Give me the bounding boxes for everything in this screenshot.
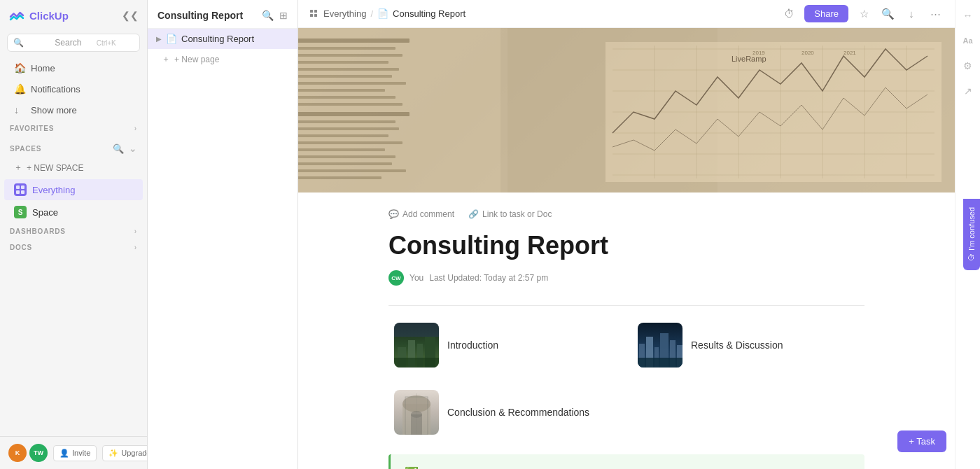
timer-icon[interactable]: ⏱	[780, 6, 797, 22]
conclusion-thumb-svg	[394, 390, 439, 435]
svg-rect-29	[298, 169, 406, 172]
tree-toggle-icon: ▶	[156, 35, 162, 43]
card-introduction[interactable]: Introduction	[388, 317, 621, 373]
share-button[interactable]: Share	[804, 5, 848, 22]
svg-rect-15	[298, 68, 399, 71]
link-task-button[interactable]: 🔗 Link to task or Doc	[468, 209, 552, 219]
favorites-label: FAVORITES	[10, 125, 54, 132]
avatar-group: K TW	[8, 444, 48, 462]
download-icon[interactable]: ↓	[903, 6, 920, 22]
doc-title: Consulting Report	[388, 230, 864, 260]
svg-rect-5	[314, 10, 317, 13]
sidebar-item-home[interactable]: 🏠 Home	[4, 58, 143, 78]
dashboards-section[interactable]: DASHBOARDS ›	[0, 223, 147, 239]
results-thumb-svg	[638, 323, 682, 368]
svg-rect-19	[298, 96, 396, 99]
docs-label: DOCS	[10, 244, 32, 251]
spaces-section-header: SPACES 🔍 ⌄	[0, 136, 147, 157]
docs-section[interactable]: DOCS ›	[0, 239, 147, 255]
svg-rect-27	[298, 155, 396, 158]
doc-content: 💬 Add comment 🔗 Link to task or Doc Cons…	[360, 192, 892, 469]
spaces-search-icon[interactable]: 🔍	[113, 144, 125, 154]
last-updated: Last Updated: Today at 2:57 pm	[429, 273, 548, 283]
search-icon: 🔍	[13, 38, 50, 48]
card-conclusion[interactable]: Conclusion & Recommendations	[388, 384, 621, 440]
task-button[interactable]: + Task	[897, 430, 946, 452]
task-button-label: + Task	[909, 436, 935, 447]
show-more-icon: ↓	[14, 104, 25, 115]
search-top-icon[interactable]: 🔍	[879, 6, 896, 22]
add-comment-button[interactable]: 💬 Add comment	[388, 209, 454, 219]
sidebar-header: ClickUp ❮❮	[0, 0, 147, 31]
favorites-section[interactable]: FAVORITES ›	[0, 120, 147, 136]
search-bar[interactable]: 🔍 Search Ctrl+K	[7, 34, 140, 52]
breadcrumb-separator: /	[370, 8, 373, 19]
card-thumb-results	[638, 323, 682, 368]
doc-cards: Introduction	[388, 317, 864, 440]
svg-point-71	[411, 411, 422, 418]
new-page-button[interactable]: ＋ + New page	[148, 49, 298, 69]
doc-divider	[388, 305, 864, 306]
upgrade-button[interactable]: ✨ Upgrade	[102, 445, 148, 461]
right-sidebar-collapse-icon[interactable]: ↔	[958, 6, 978, 25]
sidebar-collapse-button[interactable]: ❮❮	[122, 10, 139, 21]
svg-rect-13	[298, 54, 402, 57]
tree-item-consulting-report[interactable]: ▶ 📄 Consulting Report	[148, 29, 298, 49]
doc-meta: CW You Last Updated: Today at 2:57 pm	[388, 270, 864, 286]
middle-more-icon[interactable]: ⊞	[279, 10, 288, 21]
breadcrumb-current: Consulting Report	[393, 8, 465, 19]
doc-area: LiveRamp 2021 2020 2019 💬 Add comment 🔗 …	[298, 28, 955, 469]
middle-panel-title: Consulting Report	[158, 10, 243, 21]
link-task-label: Link to task or Doc	[482, 209, 552, 219]
svg-rect-64	[638, 358, 682, 368]
card-thumb-conclusion	[394, 390, 439, 435]
sidebar-item-everything[interactable]: Everything	[4, 179, 143, 200]
svg-rect-28	[298, 162, 392, 165]
space-icon: S	[14, 206, 27, 218]
new-space-button[interactable]: ＋ + NEW SPACE	[4, 158, 143, 177]
sidebar-item-space[interactable]: S Space	[4, 202, 143, 223]
home-icon: 🏠	[14, 62, 25, 74]
invite-label: Invite	[72, 449, 90, 457]
svg-rect-21	[298, 112, 410, 116]
new-space-plus-icon: ＋	[14, 162, 22, 174]
right-sidebar-settings-icon[interactable]: ⚙	[958, 56, 978, 76]
dashboards-chevron-icon: ›	[134, 227, 137, 235]
svg-rect-11	[298, 38, 410, 43]
clickup-logo[interactable]: ClickUp	[8, 7, 69, 24]
breadcrumb-parent[interactable]: Everything	[323, 8, 366, 19]
card-label-results: Results & Discussion	[691, 340, 783, 351]
breadcrumb: Everything / 📄 Consulting Report	[309, 8, 465, 19]
search-placeholder: Search	[55, 38, 92, 48]
card-results[interactable]: Results & Discussion	[632, 317, 864, 373]
middle-header-actions: 🔍 ⊞	[262, 10, 288, 21]
invite-button[interactable]: 👤 Invite	[53, 445, 97, 461]
svg-text:2020: 2020	[802, 50, 814, 56]
doc-actions-bar: 💬 Add comment 🔗 Link to task or Doc	[388, 209, 864, 219]
svg-rect-6	[310, 14, 313, 17]
middle-search-icon[interactable]: 🔍	[262, 10, 274, 21]
svg-rect-24	[298, 134, 388, 137]
sidebar-item-notifications[interactable]: 🔔 Notifications	[4, 79, 143, 99]
more-options-icon[interactable]: ⋯	[927, 6, 944, 22]
right-sidebar-share-icon[interactable]: ↗	[958, 81, 978, 101]
right-sidebar-font-icon[interactable]: Aa	[958, 31, 978, 50]
svg-rect-30	[298, 176, 382, 179]
new-page-label: + New page	[174, 55, 219, 64]
avatar-tw: TW	[29, 444, 48, 462]
breadcrumb-doc-icon: 📄	[377, 8, 388, 19]
upgrade-icon: ✨	[108, 449, 118, 458]
app-name: ClickUp	[29, 10, 69, 22]
hero-image: LiveRamp 2021 2020 2019	[298, 28, 955, 192]
svg-rect-3	[21, 190, 24, 194]
confused-tab[interactable]: ⏱ I'm confused	[963, 199, 980, 270]
top-bar: Everything / 📄 Consulting Report ⏱ Share…	[298, 0, 955, 28]
spaces-chevron-icon[interactable]: ⌄	[129, 144, 137, 154]
star-icon[interactable]: ☆	[855, 6, 872, 22]
svg-rect-20	[298, 103, 402, 106]
tree-item-label: Consulting Report	[181, 34, 254, 44]
search-shortcut: Ctrl+K	[97, 39, 134, 47]
sidebar-item-show-more[interactable]: ↓ Show more	[4, 100, 143, 120]
new-space-label: + NEW SPACE	[27, 163, 83, 173]
top-bar-actions: ⏱ Share ☆ 🔍 ↓ ⋯	[780, 5, 944, 22]
